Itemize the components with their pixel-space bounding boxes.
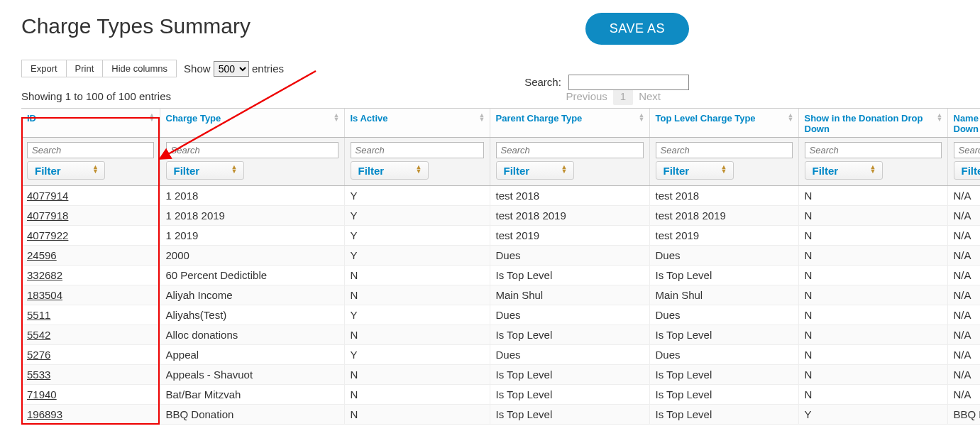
id-link[interactable]: 4077918 xyxy=(27,209,68,222)
cell-show: Y xyxy=(798,405,947,425)
cell-id: 24596 xyxy=(21,246,160,266)
chevron-sort-icon: ▲▼ xyxy=(92,165,99,173)
cell-top: Dues xyxy=(649,345,798,365)
export-button[interactable]: Export xyxy=(21,60,67,77)
id-link[interactable]: 4077914 xyxy=(27,190,68,202)
sort-icon: ▲▼ xyxy=(639,113,645,121)
cell-par: Is Top Level xyxy=(490,405,649,425)
column-search-top[interactable] xyxy=(656,142,793,158)
column-header-show[interactable]: Show in the Donation Drop Down▲▼ xyxy=(798,109,947,138)
column-filter-id[interactable]: Filter▲▼ xyxy=(27,161,105,180)
cell-name: N/A xyxy=(947,206,980,226)
table-row: 196893BBQ DonationNIs Top LevelIs Top Le… xyxy=(21,405,980,425)
id-link[interactable]: 5533 xyxy=(27,369,50,381)
cell-show: N xyxy=(798,345,947,365)
cell-id: 5533 xyxy=(21,365,160,385)
id-link[interactable]: 5511 xyxy=(27,309,50,321)
cell-name: N/A xyxy=(947,365,980,385)
cell-top: Is Top Level xyxy=(649,365,798,385)
entries-info: Showing 1 to 100 of 100 entries xyxy=(21,90,171,102)
column-search-ct[interactable] xyxy=(166,142,338,158)
column-search-act[interactable] xyxy=(351,142,484,158)
id-link[interactable]: 24596 xyxy=(27,249,57,261)
column-filter-name[interactable]: Filter▲▼ xyxy=(954,161,981,180)
table-row: 40779221 2019Ytest 2019test 2019NN/A xyxy=(21,226,980,246)
cell-show: N xyxy=(798,325,947,345)
cell-par: test 2018 2019 xyxy=(490,206,649,226)
cell-top: Is Top Level xyxy=(649,266,798,285)
cell-act: Y xyxy=(344,246,490,266)
cell-top: Dues xyxy=(649,246,798,266)
column-search-par[interactable] xyxy=(496,142,644,158)
sort-icon: ▲▼ xyxy=(149,113,155,121)
cell-show: N xyxy=(798,246,947,266)
column-search-show[interactable] xyxy=(805,142,942,158)
cell-ct: Alloc donations xyxy=(160,325,344,345)
cell-ct: Bat/Bar Mitzvah xyxy=(160,385,344,405)
column-filter-show[interactable]: Filter▲▼ xyxy=(805,161,883,180)
chevron-sort-icon: ▲▼ xyxy=(416,165,422,173)
id-link[interactable]: 183504 xyxy=(27,289,62,301)
id-link[interactable]: 332682 xyxy=(27,269,62,281)
column-header-name[interactable]: Name of Donation Drop Down▲▼ xyxy=(947,109,980,138)
cell-id: 5276 xyxy=(21,345,160,365)
cell-top: test 2018 2019 xyxy=(649,206,798,226)
column-header-top[interactable]: Top Level Charge Type▲▼ xyxy=(649,109,798,138)
column-filter-par[interactable]: Filter▲▼ xyxy=(496,161,574,180)
chevron-sort-icon: ▲▼ xyxy=(870,165,876,173)
cell-par: test 2018 xyxy=(490,186,649,206)
search-label: Search: xyxy=(524,76,561,88)
column-search-id[interactable] xyxy=(27,142,154,158)
cell-name: N/A xyxy=(947,305,980,325)
cell-name: N/A xyxy=(947,385,980,405)
cell-top: test 2019 xyxy=(649,226,798,246)
cell-act: N xyxy=(344,325,490,345)
column-filter-top[interactable]: Filter▲▼ xyxy=(656,161,734,180)
column-filter-ct[interactable]: Filter▲▼ xyxy=(166,161,244,180)
chevron-sort-icon: ▲▼ xyxy=(561,165,568,173)
id-link[interactable]: 196893 xyxy=(27,408,62,420)
column-header-ct[interactable]: Charge Type▲▼ xyxy=(160,109,344,138)
cell-id: 332682 xyxy=(21,266,160,285)
cell-ct: Aliyahs(Test) xyxy=(160,305,344,325)
cell-show: N xyxy=(798,186,947,206)
cell-top: test 2018 xyxy=(649,186,798,206)
cell-act: N xyxy=(344,405,490,425)
id-link[interactable]: 71940 xyxy=(27,388,57,400)
cell-id: 5511 xyxy=(21,305,160,325)
cell-act: N xyxy=(344,385,490,405)
column-header-id[interactable]: ID▲▼ xyxy=(21,109,160,138)
cell-show: N xyxy=(798,365,947,385)
column-filter-act[interactable]: Filter▲▼ xyxy=(351,161,429,180)
save-as-button[interactable]: SAVE AS xyxy=(585,13,689,45)
show-entries: Show 500 entries xyxy=(184,61,284,77)
cell-name: N/A xyxy=(947,325,980,345)
id-link[interactable]: 4077922 xyxy=(27,229,68,241)
cell-ct: 1 2018 2019 xyxy=(160,206,344,226)
id-link[interactable]: 5542 xyxy=(27,329,50,341)
column-header-act[interactable]: Is Active▲▼ xyxy=(344,109,490,138)
table-row: 40779141 2018Ytest 2018test 2018NN/A xyxy=(21,186,980,206)
cell-ct: Appeal xyxy=(160,345,344,365)
cell-id: 183504 xyxy=(21,285,160,305)
cell-act: N xyxy=(344,285,490,305)
page-prev[interactable]: Previous xyxy=(566,90,607,102)
cell-show: N xyxy=(798,266,947,285)
page-title: Charge Types Summary xyxy=(21,14,959,38)
table-row: 245962000YDuesDuesNN/A xyxy=(21,246,980,266)
toolbar: Export Print Hide columns Show 500 entri… xyxy=(21,60,959,77)
hide-columns-button[interactable]: Hide columns xyxy=(103,60,177,77)
id-link[interactable]: 5276 xyxy=(27,349,50,361)
entries-select[interactable]: 500 xyxy=(214,61,249,77)
search-input[interactable] xyxy=(568,75,689,90)
cell-ct: 1 2019 xyxy=(160,226,344,246)
print-button[interactable]: Print xyxy=(67,60,104,77)
cell-ct: 2000 xyxy=(160,246,344,266)
table-row: 183504Aliyah IncomeNMain ShulMain ShulNN… xyxy=(21,285,980,305)
column-search-name[interactable] xyxy=(954,142,981,158)
column-header-par[interactable]: Parent Charge Type▲▼ xyxy=(490,109,649,138)
cell-show: N xyxy=(798,226,947,246)
page-next[interactable]: Next xyxy=(639,90,661,102)
cell-top: Is Top Level xyxy=(649,325,798,345)
table-row: 71940Bat/Bar MitzvahNIs Top LevelIs Top … xyxy=(21,385,980,405)
